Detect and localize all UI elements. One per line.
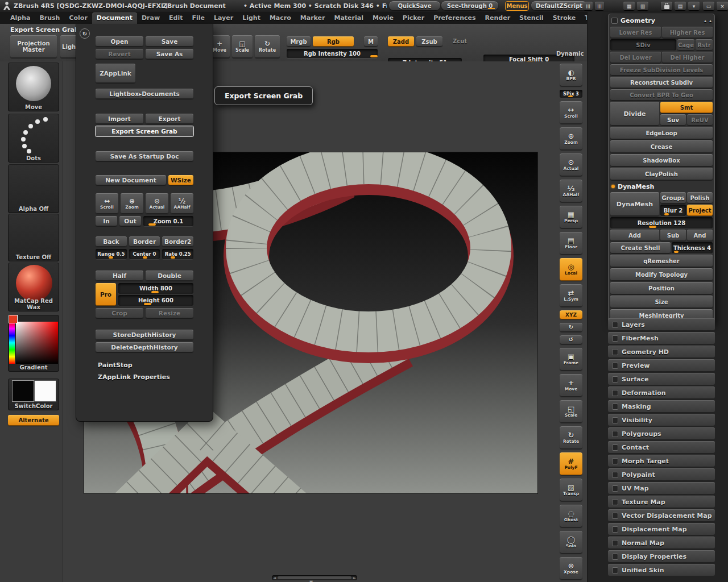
back-button[interactable]: Back — [96, 236, 127, 247]
subpalette-header[interactable]: Display Properties — [608, 550, 715, 563]
polyf-button[interactable]: # PolyF — [560, 452, 582, 475]
new-document-button[interactable]: New Document — [96, 175, 166, 185]
menu-item[interactable]: Stencil — [515, 13, 548, 24]
horizontal-scrollbar[interactable]: ◄ ► — [272, 575, 357, 580]
see-through-slider[interactable]: See-through 0 — [441, 1, 498, 10]
subpalette-header[interactable]: Deformation — [608, 386, 715, 399]
export-screen-grab-button[interactable]: Export Screen Grab — [96, 126, 193, 136]
doc-scroll-button[interactable]: ↔ Scroll — [96, 193, 118, 214]
alternate-button[interactable]: Alternate — [8, 415, 59, 426]
subpalette-header[interactable]: Displacement Map — [608, 523, 715, 535]
reuv-button[interactable]: ReUV — [687, 114, 713, 126]
higher-res-button[interactable]: Higher Res — [662, 27, 713, 38]
subpalette-header[interactable]: Texture Map — [608, 496, 715, 508]
qremesher-button[interactable]: qRemesher — [610, 255, 713, 267]
texture-tile[interactable]: Texture Off — [8, 214, 59, 261]
zapplink-properties-item[interactable]: ZAppLink Properties — [96, 373, 193, 381]
menu-item[interactable]: Brush — [35, 13, 64, 24]
paintstop-item[interactable]: PaintStop — [96, 361, 193, 369]
revert-button[interactable]: Revert — [96, 49, 143, 59]
crease-button[interactable]: Crease — [610, 140, 713, 153]
scroll-marker-icon[interactable]: ▼ — [309, 580, 313, 582]
dock-icon[interactable]: ▴ — [704, 18, 706, 23]
dynamesh-button[interactable]: DynaMesh — [610, 192, 659, 216]
pro-button[interactable]: Pro — [96, 283, 116, 306]
spix-slider[interactable]: SPix 3 — [560, 90, 582, 98]
del-higher-button[interactable]: Del Higher — [662, 52, 713, 63]
import-button[interactable]: Import — [96, 114, 143, 124]
shadowbox-button[interactable]: ShadowBox — [610, 154, 713, 167]
lightbox-documents-button[interactable]: Lightbox▸Documents — [96, 89, 193, 99]
menu-item[interactable]: Movie — [368, 13, 398, 24]
store-depth-history-button[interactable]: StoreDepthHistory — [96, 330, 193, 340]
current-color-swatch[interactable] — [9, 315, 18, 323]
rgb-intensity-nub[interactable] — [370, 55, 378, 57]
zcut-button[interactable]: Zcut — [453, 38, 467, 44]
subpalette-header[interactable]: Vector Displacement Map — [608, 509, 715, 522]
sdiv-slider[interactable]: SDiv — [610, 39, 676, 51]
subpalette-header[interactable]: Surface — [608, 373, 715, 385]
range-slider[interactable]: Range 0.5 — [96, 249, 127, 259]
hue-strip[interactable] — [9, 322, 15, 364]
cage-button[interactable]: Cage — [677, 39, 694, 51]
material-tile[interactable]: MatCap Red Wax — [8, 263, 59, 311]
transp-button[interactable]: ▨ Transp — [560, 479, 582, 501]
position-button[interactable]: Position — [610, 282, 713, 294]
lsym-button[interactable]: ⇄ L.Sym — [560, 284, 582, 307]
dynamesh-section-header[interactable]: DynaMesh — [610, 182, 713, 191]
actual-button[interactable]: ⊙ Actual — [560, 153, 582, 176]
minimize-icon[interactable]: ▾ — [688, 2, 700, 10]
thickness-slider[interactable]: Thickness 4 — [672, 242, 713, 253]
export-button[interactable]: Export — [146, 114, 193, 124]
menus-toggle-button[interactable]: Menus — [505, 1, 529, 11]
crop-button[interactable]: Crop — [96, 308, 143, 318]
add-button[interactable]: Add — [610, 230, 659, 241]
geometry-header[interactable]: Geometry ▴ ▴ — [610, 16, 713, 26]
memory-chip-icon[interactable]: ▦ — [623, 2, 635, 10]
move-button[interactable]: + Move — [560, 374, 582, 397]
center-slider[interactable]: Center 0 — [129, 249, 160, 259]
spin-cw-button[interactable]: ↻ — [560, 323, 582, 332]
del-lower-button[interactable]: Del Lower — [610, 52, 661, 63]
gyro-rotate-button[interactable]: ↻ Rotate — [255, 35, 280, 58]
subpalette-header[interactable]: FiberMesh — [608, 332, 715, 344]
wsize-button[interactable]: WSize — [168, 175, 193, 185]
scroll-left-icon[interactable]: ◄ — [272, 576, 276, 580]
lock-icon[interactable] — [661, 2, 672, 10]
slider-dock-icon-2[interactable]: ||| — [595, 2, 604, 10]
doc-zoom-button[interactable]: ⊕ Zoom — [121, 193, 143, 214]
alpha-tile[interactable]: Alpha Off — [8, 164, 59, 213]
menu-item[interactable]: Color — [64, 13, 92, 24]
menu-item[interactable]: Picker — [398, 13, 429, 24]
subpalette-header[interactable]: Visibility — [608, 414, 715, 426]
menu-item[interactable]: Stroke — [548, 13, 581, 24]
width-slider[interactable]: Width 800 — [118, 283, 193, 294]
resize-button[interactable]: Resize — [146, 308, 193, 318]
border-button[interactable]: Border — [129, 236, 160, 247]
gyro-scale-button[interactable]: ◱ Scale — [232, 35, 253, 58]
menu-item[interactable]: Edit — [164, 13, 187, 24]
polish-button[interactable]: Polish — [687, 192, 713, 203]
and-button[interactable]: And — [687, 230, 713, 241]
create-shell-button[interactable]: Create Shell — [610, 242, 671, 253]
main-color-swatch[interactable] — [12, 380, 34, 402]
scrollbar-handle[interactable] — [278, 576, 351, 579]
zoom-in-button[interactable]: In — [96, 216, 117, 226]
suv-button[interactable]: Suv — [660, 114, 686, 126]
close-icon[interactable]: × — [717, 2, 728, 10]
menu-item[interactable]: File — [187, 13, 209, 24]
ghost-button[interactable]: ◌ Ghost — [560, 505, 582, 527]
dynamic-label[interactable]: Dynamic — [556, 51, 584, 57]
solo-button[interactable]: ◯ Solo — [560, 531, 582, 554]
spin-ccw-button[interactable]: ↺ — [560, 335, 582, 344]
m-button[interactable]: M — [364, 36, 378, 47]
zoom-slider[interactable]: Zoom 0.1 — [143, 216, 193, 226]
subpalette-header[interactable]: Masking — [608, 400, 715, 413]
zsub-button[interactable]: Zsub — [416, 36, 442, 47]
edgeloop-button[interactable]: EdgeLoop — [610, 127, 713, 139]
border2-button[interactable]: Border2 — [162, 236, 193, 247]
menu-item[interactable]: Marker — [296, 13, 330, 24]
zoom-out-button[interactable]: Out — [119, 216, 141, 226]
scale-button[interactable]: ◱ Scale — [560, 400, 582, 423]
claypolish-button[interactable]: ClayPolish — [610, 168, 713, 180]
